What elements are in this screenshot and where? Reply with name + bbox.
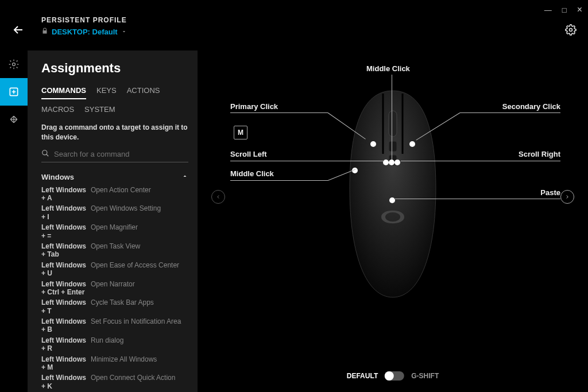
command-key: Left Windows + M [41, 355, 87, 372]
button-dot[interactable] [394, 160, 400, 165]
command-key: Left Windows + U [41, 261, 87, 278]
command-key: Left Windows + = [41, 223, 87, 240]
label-middle-click: Middle Click [366, 64, 410, 73]
svg-rect-5 [389, 141, 397, 152]
toggle-default-label: DEFAULT [347, 372, 378, 380]
gshift-toggle[interactable] [385, 371, 404, 381]
assignments-tab[interactable] [0, 78, 28, 106]
sensitivity-tab[interactable] [0, 106, 28, 133]
command-item[interactable]: Left Windows + UOpen Ease of Access Cent… [41, 260, 188, 279]
close-button[interactable]: × [577, 5, 582, 15]
minimize-button[interactable]: — [544, 6, 552, 14]
button-dot[interactable] [409, 141, 415, 147]
lighting-tab[interactable] [0, 51, 28, 78]
instruction-text: Drag a command onto a target to assign i… [41, 123, 188, 142]
m-toggle[interactable]: M [234, 126, 247, 139]
chevron-up-icon [181, 173, 188, 181]
next-view-button[interactable] [560, 190, 574, 204]
profile-dropdown[interactable]: DESKTOP: Default [52, 28, 118, 36]
tab-keys[interactable]: KEYS [96, 86, 117, 99]
command-item[interactable]: Left Windows + AOpen Action Center [41, 185, 188, 204]
tab-actions[interactable]: ACTIONS [127, 86, 160, 99]
svg-point-0 [570, 29, 572, 32]
category-header[interactable]: Windows [41, 173, 188, 181]
tab-system[interactable]: SYSTEM [84, 105, 115, 114]
command-key: Left Windows + I [41, 204, 87, 221]
label-primary-click: Primary Click [230, 102, 278, 111]
command-item[interactable]: Left Windows + KOpen Connect Quick Actio… [41, 372, 188, 391]
command-desc: Open Magnifier [91, 223, 188, 240]
svg-point-1 [13, 63, 16, 66]
command-desc: Open Ease of Access Center [91, 261, 188, 278]
command-key: Left Windows + A [41, 186, 87, 203]
command-item[interactable]: Left Windows + BSet Focus in Notificatio… [41, 316, 188, 335]
profile-title: PERSISTENT PROFILE [41, 16, 127, 24]
label-secondary-click: Secondary Click [502, 102, 560, 111]
command-desc: Open Task View [91, 242, 188, 259]
command-key: Left Windows + B [41, 317, 87, 334]
command-item[interactable]: Left Windows + =Open Magnifier [41, 222, 188, 241]
button-dot[interactable] [389, 160, 394, 165]
command-item[interactable]: Left Windows + RRun dialog [41, 335, 188, 354]
command-item[interactable]: Left Windows + TabOpen Task View [41, 241, 188, 260]
lock-icon [41, 26, 48, 37]
command-item[interactable]: Left Windows + TCycle Task Bar Apps [41, 297, 188, 316]
command-key: Left Windows + K [41, 374, 87, 390]
command-desc: Open Narrator [91, 280, 188, 297]
profile-label: DESKTOP: Default [52, 28, 118, 36]
maximize-button[interactable]: □ [562, 6, 567, 14]
tab-macros[interactable]: MACROS [41, 105, 74, 114]
search-icon [41, 149, 49, 160]
tab-commands[interactable]: COMMANDS [41, 86, 86, 99]
label-scroll-right: Scroll Right [519, 150, 560, 158]
prev-view-button[interactable] [211, 190, 225, 204]
category-label: Windows [41, 173, 74, 181]
command-key: Left Windows + T [41, 298, 87, 315]
svg-rect-4 [389, 111, 397, 137]
command-desc: Open Action Center [91, 186, 188, 203]
command-desc: Open Connect Quick Action [91, 374, 188, 390]
command-item[interactable]: Left Windows + Ctrl + EnterOpen Narrator [41, 279, 188, 298]
button-dot[interactable] [389, 197, 395, 203]
command-key: Left Windows + R [41, 336, 87, 353]
command-item[interactable]: Left Windows + IOpen Windows Setting [41, 203, 188, 222]
command-list[interactable]: Left Windows + AOpen Action CenterLeft W… [41, 185, 188, 391]
back-button[interactable] [11, 23, 25, 39]
command-desc: Minimize All Windows [91, 355, 188, 372]
command-desc: Run dialog [91, 336, 188, 353]
command-desc: Cycle Task Bar Apps [91, 298, 188, 315]
command-desc: Open Windows Setting [91, 204, 188, 221]
button-dot[interactable] [370, 141, 376, 147]
mouse-illustration [344, 85, 442, 303]
label-middle-click-2: Middle Click [230, 169, 274, 178]
command-item[interactable]: Left Windows + MMinimize All Windows [41, 354, 188, 373]
page-title: Assignments [41, 61, 188, 76]
svg-point-3 [42, 150, 47, 154]
label-paste: Paste [540, 188, 560, 197]
chevron-down-icon[interactable] [121, 26, 127, 37]
settings-button[interactable] [565, 24, 577, 38]
label-scroll-left: Scroll Left [230, 150, 267, 158]
search-input[interactable] [54, 150, 188, 158]
command-key: Left Windows + Ctrl + Enter [41, 280, 87, 297]
toggle-gshift-label: G-SHIFT [411, 372, 439, 380]
command-desc: Set Focus in Notification Area [91, 317, 188, 334]
command-key: Left Windows + Tab [41, 242, 87, 259]
